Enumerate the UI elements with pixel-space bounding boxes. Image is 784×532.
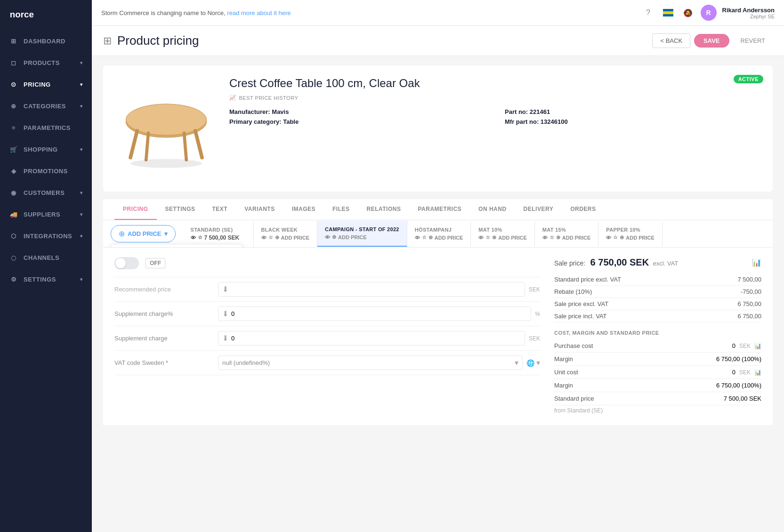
chevron-icon: ▾ — [80, 60, 83, 65]
notification-icon[interactable]: 🔕 — [681, 6, 695, 20]
sale-price-header: Sale price: 6 750,00 SEK excl. VAT 📊 — [554, 257, 761, 268]
price-tab-black-week[interactable]: BLACK WEEK 👁 ☆ ⊕ ADD PRICE — [254, 221, 318, 246]
add-price-button[interactable]: ⊕ ADD PRICE ▾ — [111, 225, 176, 242]
sliders-icon: ≡ — [9, 123, 18, 132]
tag-icon: ⊙ — [9, 80, 18, 89]
tab-relations[interactable]: RELATIONS — [358, 199, 410, 220]
price-tab-campaign-2022[interactable]: CAMPAIGN - START OF 2022 👁 ⊕ ADD PRICE — [317, 221, 407, 247]
svg-text:norce: norce — [10, 9, 34, 19]
chevron-icon: ▾ — [80, 104, 83, 109]
circle-plus-icon: ⊕ — [620, 234, 624, 241]
price-toggle[interactable] — [114, 257, 139, 269]
tab-text[interactable]: TEXT — [204, 199, 236, 220]
banner-link[interactable]: read more about it here — [227, 9, 291, 16]
papper-10-label: PAPPER 10% — [606, 227, 655, 233]
black-week-label: BLACK WEEK — [261, 227, 310, 233]
sidebar-item-categories[interactable]: ⊕ CATEGORIES ▾ — [0, 95, 92, 117]
supplement-charge-row: Supplement charge ⬇ 0 SEK — [114, 326, 540, 351]
price-tab-hostkampanj[interactable]: HÖSTAMPANJ 👁 ☆ ⊕ ADD PRICE — [407, 221, 471, 246]
eye-icon: 👁 — [191, 235, 196, 241]
sale-price-label: Sale price: — [554, 259, 585, 267]
broadcast-icon: ◌ — [9, 253, 18, 262]
content-area: Crest Coffee Table 100 cm, Clear Oak ACT… — [92, 56, 784, 532]
eye-icon: 👁 — [542, 235, 548, 241]
mat-10-label: MAT 10% — [478, 227, 527, 233]
sidebar-item-pricing[interactable]: ⊙ PRICING ▾ — [0, 73, 92, 95]
price-tab-mat-15[interactable]: MAT 15% 👁 ☆ ⊕ ADD PRICE — [535, 221, 599, 246]
help-icon[interactable]: ? — [641, 6, 655, 20]
sidebar-item-shopping[interactable]: 🛒 SHOPPING ▾ — [0, 138, 92, 160]
sidebar-item-customers[interactable]: ◉ CUSTOMERS ▾ — [0, 182, 92, 203]
tab-files[interactable]: FILES — [324, 199, 358, 220]
add-price-menu: 🔍 ⊕ ADD ALL ACTIVE PRICE LISTS 1 Campaig… — [111, 244, 242, 248]
black-week-add-price: 👁 ☆ ⊕ ADD PRICE — [261, 234, 310, 241]
sidebar-item-integrations[interactable]: ⬡ INTEGRATIONS ▾ — [0, 225, 92, 247]
toggle-knob — [115, 258, 126, 268]
form-fields: Recommended price ⬇ SEK Supplement charg… — [114, 277, 540, 375]
tab-delivery[interactable]: DELIVERY — [515, 199, 562, 220]
circle-plus-icon: ⊕ — [492, 234, 496, 241]
sidebar-item-promotions[interactable]: ◈ PROMOTIONS — [0, 160, 92, 182]
tab-variants[interactable]: VARIANTS — [236, 199, 283, 220]
sidebar-item-dashboard[interactable]: ⊞ DASHBOARD — [0, 30, 92, 52]
eye-icon: 👁 — [325, 234, 330, 240]
star-icon: ☆ — [485, 234, 490, 241]
chevron-down-icon: ▾ — [515, 358, 518, 367]
save-button[interactable]: SAVE — [694, 34, 729, 48]
flag-icon[interactable] — [661, 6, 675, 20]
vat-code-select[interactable]: null (undefined%) ▾ — [218, 355, 523, 370]
plus-icon: ⊕ — [119, 229, 125, 238]
svg-line-6 — [130, 131, 137, 158]
cost-breakdown: Purchase cost 0 SEK 📊 Margin 6 750,00 (1… — [554, 339, 761, 416]
sidebar-item-settings[interactable]: ⚙ SETTINGS ▾ — [0, 268, 92, 290]
part-no-row: Part no: 221461 — [505, 108, 761, 115]
supplement-charge-input[interactable]: ⬇ 0 — [218, 331, 525, 346]
revert-button[interactable]: REVERT — [733, 34, 773, 48]
star-icon: ☆ — [613, 234, 618, 241]
price-content: OFF Recommended price ⬇ SEK — [103, 248, 773, 425]
price-tab-standard-se[interactable]: STANDARD (SE) 👁 ☆ 7 500,00 SEK — [183, 221, 254, 247]
breakdown-row-3: Sale price incl. VAT 6 750,00 — [554, 310, 761, 322]
page-header: ⊞ Product pricing < BACK SAVE REVERT — [92, 26, 784, 56]
sidebar-item-suppliers[interactable]: 🚚 SUPPLIERS ▾ — [0, 203, 92, 225]
price-form-left: OFF Recommended price ⬇ SEK — [114, 257, 540, 416]
mat-15-add-price: 👁 ☆ ⊕ ADD PRICE — [542, 234, 591, 241]
primary-category-row: Primary category: Table — [229, 118, 486, 125]
sale-price-display: Sale price: 6 750,00 SEK excl. VAT — [554, 257, 678, 268]
mat-15-label: MAT 15% — [542, 227, 591, 233]
recommended-price-input[interactable]: ⬇ — [218, 282, 525, 297]
chevron-icon: ▾ — [80, 82, 83, 87]
tab-images[interactable]: IMAGES — [283, 199, 324, 220]
puzzle-icon: ⬡ — [9, 232, 18, 240]
product-tabs: PRICING SETTINGS TEXT VARIANTS IMAGES FI… — [103, 199, 773, 220]
tab-parametrics[interactable]: PARAMETRICS — [409, 199, 470, 220]
chart-icon-small: 📊 — [754, 343, 761, 349]
standard-se-value: 👁 ☆ 7 500,00 SEK — [191, 234, 246, 241]
product-info: Crest Coffee Table 100 cm, Clear Oak ACT… — [229, 77, 761, 180]
chevron-down-icon: ▾ — [164, 230, 168, 237]
vat-code-label: VAT code Sweden * — [114, 359, 218, 366]
price-tab-mat-10[interactable]: MAT 10% 👁 ☆ ⊕ ADD PRICE — [471, 221, 535, 246]
tab-pricing[interactable]: PRICING — [114, 199, 157, 220]
price-tab-papper-10[interactable]: PAPPER 10% 👁 ☆ ⊕ ADD PRICE — [598, 221, 663, 246]
svg-line-7 — [195, 131, 202, 158]
price-tabs-row: ⊕ ADD PRICE ▾ 🔍 ⊕ — [103, 220, 773, 248]
sidebar-item-products[interactable]: ◻ PRODUCTS ▾ — [0, 52, 92, 73]
svg-rect-1 — [663, 9, 673, 11]
supplement-charge-pct-input[interactable]: ⬇ 0 — [218, 306, 531, 321]
svg-rect-3 — [663, 14, 673, 16]
vat-code-row: VAT code Sweden * null (undefined%) ▾ 🌐 … — [114, 351, 540, 375]
chevron-icon: ▾ — [80, 190, 83, 195]
tab-orders[interactable]: ORDERS — [562, 199, 604, 220]
chevron-icon: ▾ — [80, 147, 83, 152]
recommended-price-row: Recommended price ⬇ SEK — [114, 277, 540, 302]
add-price-dropdown: ⊕ ADD PRICE ▾ 🔍 ⊕ — [103, 220, 183, 247]
cost-row-2-value: 0 SEK 📊 — [732, 369, 761, 376]
tab-settings[interactable]: SETTINGS — [157, 199, 204, 220]
user-info: Rikard Andersson Zephyr SE — [722, 7, 775, 19]
back-button[interactable]: < BACK — [652, 33, 690, 48]
sidebar-item-parametrics[interactable]: ≡ PARAMETRICS — [0, 117, 92, 138]
sidebar-item-channels[interactable]: ◌ CHANNELS — [0, 247, 92, 268]
tab-on-hand[interactable]: ON HAND — [470, 199, 515, 220]
cart-icon: 🛒 — [9, 145, 18, 153]
